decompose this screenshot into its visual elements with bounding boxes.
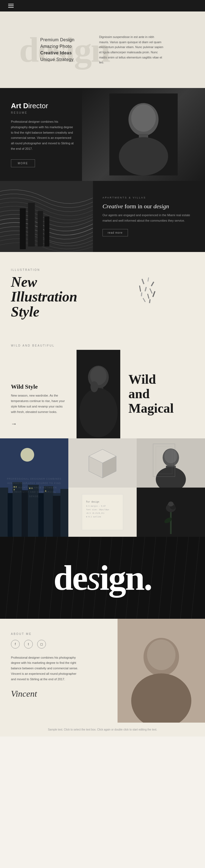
portrait-svg xyxy=(109,93,178,176)
svg-rect-67 xyxy=(170,509,172,534)
svg-rect-18 xyxy=(141,292,142,296)
wild-content: Wild Style New season, new wardrobe. As … xyxy=(0,350,205,438)
svg-rect-10 xyxy=(45,216,50,247)
wave-svg xyxy=(0,181,93,252)
art-director-portrait xyxy=(82,88,205,181)
svg-rect-14 xyxy=(151,281,154,286)
instagram-icon[interactable]: ◻ xyxy=(37,640,46,649)
photo-cell-cube xyxy=(68,438,137,488)
svg-rect-17 xyxy=(149,288,152,293)
hero-description: Dignissim suspendisse in est ante in nib… xyxy=(99,34,165,65)
svg-rect-39 xyxy=(53,496,61,537)
wild-arrow-link[interactable]: → xyxy=(11,420,66,428)
nav-bar xyxy=(0,0,205,11)
design-big-section: design. xyxy=(0,537,205,619)
rose-svg xyxy=(137,488,205,537)
svg-point-26 xyxy=(79,388,118,437)
wild-portrait-svg xyxy=(77,350,120,437)
design-big-text-container: design. xyxy=(54,557,152,598)
art-director-section: Art Director Resume Professional designe… xyxy=(0,88,205,181)
svg-rect-22 xyxy=(149,299,151,303)
wild-card-desc: New season, new wardrobe. As the tempera… xyxy=(11,393,66,414)
photo-grid-section: Professional designer combines his photo… xyxy=(0,438,205,537)
facebook-icon[interactable]: f xyxy=(11,640,20,649)
svg-text:font size: 10px/14px: font size: 10px/14px xyxy=(86,508,109,511)
hero-menu-container: Premium Design Amazing Photo Creative Id… xyxy=(40,36,75,64)
art-director-left: Art Director Resume Professional designe… xyxy=(0,88,82,181)
photo-cell-person xyxy=(137,438,205,488)
hamburger-menu[interactable] xyxy=(8,4,14,8)
illustration-decoration xyxy=(88,276,194,312)
ham-line-3 xyxy=(8,7,14,8)
about-label: About Me xyxy=(11,632,107,636)
about-social: f t ◻ xyxy=(11,640,107,649)
more-button[interactable]: MORE xyxy=(11,159,35,167)
svg-rect-21 xyxy=(143,298,146,302)
creative-apartments-subtitle: Apartments & Villas xyxy=(102,196,196,199)
creative-text-block: Apartments & Villas Creative form in our… xyxy=(93,181,205,252)
photo-cell-rose xyxy=(137,488,205,537)
hero-menu: Premium Design Amazing Photo Creative Id… xyxy=(40,37,75,62)
wild-section: Wild and Beautiful Wild Style New season… xyxy=(0,336,205,438)
ham-line-2 xyxy=(8,5,14,6)
cube-svg xyxy=(68,438,137,488)
svg-rect-11 xyxy=(20,208,26,249)
illustration-section: Illustration New Illustration Style xyxy=(0,252,205,336)
illustration-label: Illustration xyxy=(11,268,77,271)
person-svg xyxy=(137,438,205,488)
svg-text:⊠ 0.1 outline: ⊠ 0.1 outline xyxy=(86,516,101,518)
svg-text:+0.5 (0.21/0.21): +0.5 (0.21/0.21) xyxy=(86,512,105,514)
creative-title: Creative form in our design xyxy=(102,203,196,210)
photo-cell-city: Professional designer combines his photo… xyxy=(0,438,68,537)
svg-rect-16 xyxy=(145,287,147,291)
svg-rect-19 xyxy=(147,294,149,299)
menu-item-unique[interactable]: Unique Strategy xyxy=(40,57,75,62)
svg-point-5 xyxy=(119,137,168,176)
creative-form-section: Apartments & Villas Creative form in our… xyxy=(0,181,205,252)
art-director-subtitle: Resume xyxy=(11,111,74,114)
overlay-text: Professional designer combines his photo… xyxy=(7,476,61,498)
read-more-button[interactable]: read more xyxy=(102,229,128,237)
svg-text:For design: For design xyxy=(86,501,99,503)
wild-label: Wild and Beautiful xyxy=(0,336,205,350)
illustration-title: New Illustration Style xyxy=(11,275,77,319)
hero-section: design Premium Design Amazing Photo Crea… xyxy=(0,11,205,88)
svg-rect-13 xyxy=(148,277,149,281)
wild-right: WildandMagical xyxy=(120,350,205,438)
signature: Vincent xyxy=(11,689,107,699)
wild-left: Wild Style New season, new wardrobe. As … xyxy=(0,350,77,438)
art-director-title: Art Director xyxy=(11,102,74,110)
illustration-text: Illustration New Illustration Style xyxy=(11,268,77,319)
wild-center-image xyxy=(77,350,120,438)
svg-point-56 xyxy=(164,449,177,463)
photo-cell-note: For design 0.5 margin — 9.07 font size: … xyxy=(68,488,137,537)
menu-item-creative[interactable]: Creative Ideas xyxy=(40,51,75,56)
svg-rect-40 xyxy=(60,489,68,537)
svg-rect-8 xyxy=(28,203,35,247)
svg-point-73 xyxy=(168,501,174,506)
note-svg: For design 0.5 margin — 9.07 font size: … xyxy=(68,488,137,537)
about-description: Professional designer combines his photo… xyxy=(11,655,82,682)
menu-item-premium[interactable]: Premium Design xyxy=(40,37,75,42)
about-left: About Me f t ◻ Professional designer com… xyxy=(0,619,118,723)
creative-image xyxy=(0,181,93,252)
footer-note: Sample text. Click to select the text bo… xyxy=(0,723,205,737)
about-right-image: Creative form in our design xyxy=(118,619,205,723)
about-image-overlay: Creative form in our design xyxy=(118,619,205,723)
svg-rect-12 xyxy=(142,279,145,284)
svg-point-97 xyxy=(147,640,175,670)
illustration-shapes-svg xyxy=(121,276,162,312)
wild-section-title: WildandMagical xyxy=(128,372,197,415)
svg-rect-37 xyxy=(38,493,44,537)
ham-line-1 xyxy=(8,4,14,4)
svg-point-31 xyxy=(21,448,34,462)
svg-rect-15 xyxy=(139,286,141,291)
menu-item-amazing[interactable]: Amazing Photo xyxy=(40,44,75,49)
svg-rect-20 xyxy=(152,291,155,297)
creative-description: Our agents are engaged and experienced i… xyxy=(102,213,196,223)
footer-note-text: Sample text. Click to select the text bo… xyxy=(11,728,194,731)
twitter-icon[interactable]: t xyxy=(24,640,33,649)
svg-rect-9 xyxy=(38,211,43,247)
svg-point-6 xyxy=(131,104,156,132)
portrait-placeholder xyxy=(82,88,205,181)
